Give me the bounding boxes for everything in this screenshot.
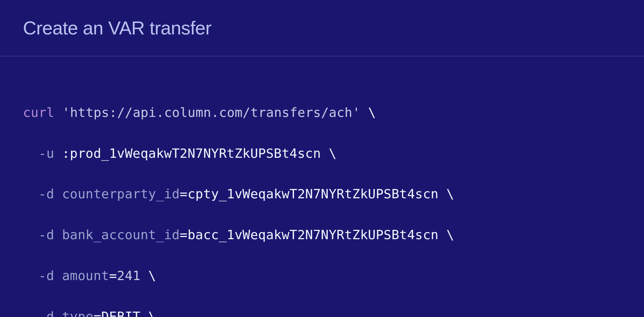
code-flag: -d (38, 309, 54, 317)
code-eq: = (180, 227, 188, 242)
code-line: -d counterparty_id=cpty_1vWeqakwT2N7NYRt… (23, 184, 621, 204)
code-line: curl 'https://api.column.com/transfers/a… (23, 103, 621, 123)
code-url: 'https://api.column.com/transfers/ach' (62, 105, 360, 120)
code-continuation: \ (141, 268, 156, 283)
code-eq: = (93, 309, 101, 317)
code-continuation: \ (439, 227, 454, 242)
code-continuation: \ (321, 146, 337, 161)
code-flag: -d (38, 227, 54, 242)
code-eq: = (180, 186, 188, 201)
code-flag: -d (38, 186, 54, 201)
code-continuation: \ (439, 186, 454, 201)
code-value: DEBIT (101, 309, 140, 317)
code-key: bank_account_id (54, 227, 180, 242)
code-value: :prod_1vWeqakwT2N7NYRtZkUPSBt4scn (54, 146, 321, 161)
code-continuation: \ (360, 105, 376, 120)
code-line: -d amount=241 \ (23, 266, 621, 286)
code-line: -d type=DEBIT \ (23, 307, 621, 317)
code-continuation: \ (141, 309, 156, 317)
code-flag: -u (38, 146, 54, 161)
code-command: curl (23, 105, 55, 120)
code-value: bacc_1vWeqakwT2N7NYRtZkUPSBt4scn (188, 227, 439, 242)
code-block: curl 'https://api.column.com/transfers/a… (0, 56, 644, 317)
code-line: -d bank_account_id=bacc_1vWeqakwT2N7NYRt… (23, 225, 621, 245)
code-key: counterparty_id (54, 186, 180, 201)
code-sample-title: Create an VAR transfer (23, 17, 621, 39)
code-value: cpty_1vWeqakwT2N7NYRtZkUPSBt4scn (188, 186, 439, 201)
code-flag: -d (38, 268, 54, 283)
code-value: 241 (117, 268, 141, 283)
code-key: type (54, 309, 93, 317)
code-sample-header: Create an VAR transfer (0, 0, 644, 56)
code-eq: = (109, 268, 117, 283)
code-line: -u :prod_1vWeqakwT2N7NYRtZkUPSBt4scn \ (23, 143, 621, 164)
code-key: amount (54, 268, 109, 283)
